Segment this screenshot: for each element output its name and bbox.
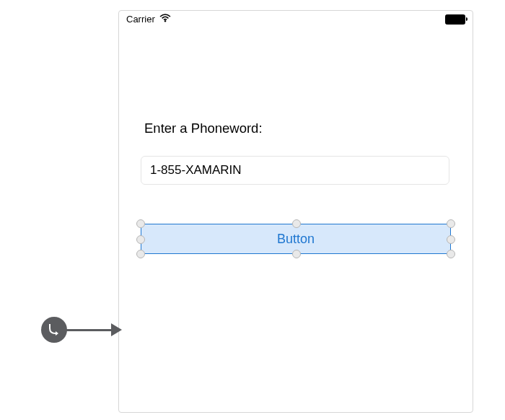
- resize-handle[interactable]: [292, 250, 301, 258]
- translate-button-selection[interactable]: Button: [141, 224, 451, 254]
- resize-handle[interactable]: [447, 250, 455, 258]
- phoneword-input[interactable]: [141, 156, 449, 185]
- phoneword-label: Enter a Phoneword:: [144, 121, 263, 136]
- resize-handle[interactable]: [447, 219, 455, 228]
- wifi-icon: [159, 14, 171, 25]
- resize-handle[interactable]: [136, 235, 145, 244]
- battery-icon: [445, 14, 465, 25]
- arrow-head-icon: [111, 323, 122, 336]
- svg-point-0: [164, 20, 166, 22]
- hint-arrow: [41, 317, 122, 343]
- translate-button-label: Button: [277, 232, 315, 247]
- resize-handle[interactable]: [292, 219, 301, 228]
- carrier-label: Carrier: [126, 14, 155, 25]
- resize-handle[interactable]: [447, 235, 455, 244]
- device-frame: Carrier Enter a Phoneword: Button: [118, 10, 473, 413]
- resize-handle[interactable]: [136, 219, 145, 228]
- resize-handle[interactable]: [136, 250, 145, 258]
- status-bar: Carrier: [119, 11, 473, 28]
- hint-knob-icon: [41, 317, 67, 343]
- arrow-shaft-icon: [66, 329, 111, 331]
